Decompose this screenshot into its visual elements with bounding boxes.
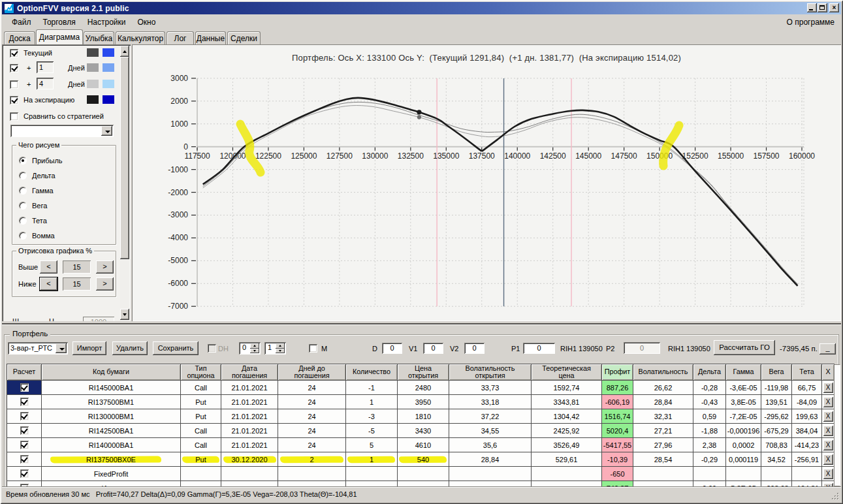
scrollbar-up-button[interactable] bbox=[120, 46, 129, 57]
resize-grip[interactable] bbox=[831, 492, 840, 501]
menu-item-1[interactable]: Торговля bbox=[37, 16, 82, 29]
curve-checkbox-1[interactable] bbox=[10, 64, 18, 72]
remove-row-button-4[interactable]: X bbox=[823, 440, 833, 450]
tab-Калькулятор[interactable]: Калькулятор bbox=[116, 31, 165, 44]
column-header-10[interactable]: Волатильность bbox=[633, 364, 693, 381]
collapse-button[interactable]: _ bbox=[819, 343, 836, 354]
increase-button-Выше[interactable]: > bbox=[96, 260, 114, 274]
field-input-D[interactable]: 0 bbox=[382, 343, 402, 354]
row-check-cell-4[interactable] bbox=[7, 438, 42, 452]
radio-Вега[interactable] bbox=[19, 202, 27, 210]
panel-scrollbar[interactable] bbox=[120, 46, 129, 320]
row-checkbox-3[interactable] bbox=[20, 426, 29, 435]
radio-Вомма[interactable] bbox=[19, 232, 27, 240]
column-header-14[interactable]: Тета bbox=[792, 364, 822, 381]
table-scrollbar[interactable] bbox=[834, 364, 840, 486]
menu-item-2[interactable]: Настройки bbox=[82, 16, 132, 29]
maximize-button[interactable] bbox=[818, 3, 827, 12]
spin-up-1[interactable] bbox=[276, 343, 285, 349]
tab-Сделки[interactable]: Сделки bbox=[227, 31, 261, 44]
row-checkbox-6[interactable] bbox=[20, 469, 29, 478]
curve-checkbox-2[interactable] bbox=[10, 80, 18, 89]
remove-row-button-1[interactable]: X bbox=[823, 397, 833, 407]
row-check-cell-5[interactable] bbox=[7, 452, 42, 467]
radio-Прибыль[interactable] bbox=[19, 157, 27, 165]
row-check-cell-7[interactable] bbox=[7, 481, 42, 487]
dh-checkbox[interactable] bbox=[208, 344, 216, 353]
delete-button[interactable]: Удалить bbox=[112, 341, 148, 355]
strategy-dropdown[interactable] bbox=[10, 125, 114, 137]
menu-item-0[interactable]: Файл bbox=[6, 16, 37, 29]
menu-item-about[interactable]: О программе bbox=[780, 16, 841, 29]
row-checkbox-2[interactable] bbox=[20, 412, 29, 420]
preset-dropdown[interactable]: 3-вар-т_РТС bbox=[8, 342, 68, 354]
hedge-spinner-0[interactable]: 0 bbox=[239, 342, 261, 354]
remove-row-button-0[interactable]: X bbox=[823, 383, 833, 393]
column-header-8[interactable]: Теоретическая цена bbox=[532, 364, 602, 381]
column-header-7[interactable]: Волатильность открытия bbox=[449, 364, 532, 381]
remove-row-button-3[interactable]: X bbox=[823, 426, 833, 436]
column-header-4[interactable]: Дней до погашения bbox=[278, 364, 346, 381]
row-checkbox-5[interactable] bbox=[20, 455, 29, 464]
field-input-P2[interactable]: 0 bbox=[624, 342, 660, 354]
scrollbar-down-button[interactable] bbox=[120, 309, 129, 320]
row-check-cell-0[interactable] bbox=[7, 381, 42, 395]
calculate-margin-button[interactable]: Рассчитать ГО bbox=[714, 340, 775, 355]
tab-Лог[interactable]: Лог bbox=[167, 31, 194, 44]
radio-Дельта[interactable] bbox=[19, 172, 27, 180]
clipped-step-input[interactable]: 1000 bbox=[83, 317, 114, 321]
column-header-12[interactable]: Гамма bbox=[726, 364, 761, 381]
horizontal-splitter[interactable] bbox=[2, 321, 841, 330]
spinner-buttons-1[interactable] bbox=[276, 343, 285, 353]
menu-item-3[interactable]: Окно bbox=[132, 16, 162, 29]
close-button[interactable]: × bbox=[829, 3, 839, 12]
radio-Гамма[interactable] bbox=[19, 187, 27, 195]
field-input-V1[interactable]: 0 bbox=[423, 343, 443, 354]
days-input-1[interactable]: 1 bbox=[37, 61, 54, 73]
row-check-cell-3[interactable] bbox=[7, 424, 42, 438]
column-header-3[interactable]: Дата погашения bbox=[221, 364, 278, 381]
tab-Диаграмма[interactable]: Диаграмма bbox=[36, 29, 83, 44]
curve-checkbox-0[interactable] bbox=[10, 49, 18, 57]
preset-dropdown-button[interactable] bbox=[56, 343, 67, 353]
row-checkbox-4[interactable] bbox=[20, 441, 29, 449]
column-header-11[interactable]: Дельта bbox=[693, 364, 726, 381]
curve-checkbox-3[interactable] bbox=[10, 96, 18, 104]
remove-row-button-2[interactable]: X bbox=[823, 411, 833, 422]
column-header-9[interactable]: Профит bbox=[602, 364, 633, 381]
column-header-0[interactable]: Расчет bbox=[7, 364, 42, 381]
column-header-1[interactable]: Код бумаги bbox=[42, 364, 181, 381]
decrease-button-Ниже[interactable]: < bbox=[40, 277, 57, 291]
spin-up-0[interactable] bbox=[250, 343, 259, 349]
field-input-V2[interactable]: 0 bbox=[464, 343, 485, 354]
row-checkbox-0[interactable] bbox=[20, 383, 29, 392]
scrollbar-thumb[interactable] bbox=[120, 57, 129, 259]
tab-Доска[interactable]: Доска bbox=[4, 31, 35, 44]
remove-row-button-5[interactable]: X bbox=[823, 454, 833, 465]
compare-strategy-checkbox[interactable] bbox=[10, 112, 18, 121]
save-button[interactable]: Сохранить bbox=[153, 341, 199, 355]
days-input-2[interactable]: 4 bbox=[37, 78, 54, 89]
decrease-button-Выше[interactable]: < bbox=[40, 260, 57, 274]
tab-Улыбка[interactable]: Улыбка bbox=[84, 31, 114, 44]
row-check-cell-1[interactable] bbox=[7, 395, 42, 409]
increase-button-Ниже[interactable]: > bbox=[96, 277, 114, 291]
remove-row-button-6[interactable]: X bbox=[823, 469, 833, 479]
column-header-2[interactable]: Тип опциона bbox=[181, 364, 221, 381]
column-header-15[interactable]: X bbox=[822, 364, 835, 381]
spinner-buttons-0[interactable] bbox=[250, 343, 259, 353]
tab-Данные[interactable]: Данные bbox=[195, 31, 226, 44]
column-header-13[interactable]: Вега bbox=[761, 364, 792, 381]
field-input-P1[interactable]: 0 bbox=[523, 343, 555, 354]
row-check-cell-2[interactable] bbox=[7, 409, 42, 424]
row-checkbox-1[interactable] bbox=[20, 398, 29, 406]
strategy-dropdown-button[interactable] bbox=[101, 126, 112, 136]
radio-Тета[interactable] bbox=[19, 217, 27, 225]
hedge-spinner-1[interactable]: 1 bbox=[264, 342, 286, 354]
column-header-5[interactable]: Количество bbox=[346, 364, 398, 381]
spin-down-0[interactable] bbox=[250, 349, 259, 354]
import-button[interactable]: Импорт bbox=[72, 341, 106, 355]
minimize-button[interactable] bbox=[807, 3, 817, 12]
row-check-cell-6[interactable] bbox=[7, 467, 42, 481]
column-header-6[interactable]: Цена открытия bbox=[398, 364, 449, 381]
